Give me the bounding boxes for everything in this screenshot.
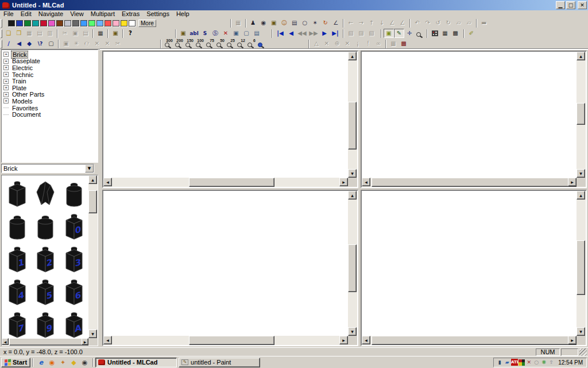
scroll-up-button[interactable]: ▲ (577, 52, 585, 60)
scroll-left-button[interactable]: ◀ (103, 336, 112, 344)
color-swatch-0[interactable] (8, 20, 15, 26)
view-single-pane-button[interactable]: ▩ (450, 29, 461, 38)
display-settings-icon[interactable]: ▰ (504, 359, 510, 366)
tree-item-plate[interactable]: +Plate (3, 85, 98, 91)
task-button-mlcad[interactable]: Untitled - MLCad (95, 358, 177, 367)
draw-triangle-button[interactable]: ◀ (14, 39, 24, 48)
vertical-scroll-thumb[interactable] (348, 102, 357, 150)
add-part-element-button[interactable]: ▣ (178, 29, 188, 38)
scroll-up-button[interactable]: ▲ (577, 191, 585, 200)
scroll-down-button[interactable]: ▼ (348, 327, 357, 336)
tree-expander-icon[interactable]: + (3, 79, 9, 84)
scroll-right-button[interactable]: ▶ (568, 178, 577, 186)
part-group-combobox[interactable]: Brick ▼ (1, 164, 94, 173)
select-mode-button[interactable]: ✎ (394, 29, 404, 38)
add-step-button[interactable]: S (200, 29, 210, 38)
toolbar-grip[interactable] (1, 19, 2, 28)
zoom-200-button[interactable]: 200 (173, 39, 184, 48)
network-monitor-icon[interactable]: ▮ (496, 359, 503, 366)
part-thumbnail-8[interactable]: 3 (60, 243, 88, 276)
place-mode-button[interactable]: ▣ (384, 29, 394, 38)
zoom-mode-button[interactable] (415, 29, 425, 38)
tree-item-baseplate[interactable]: +Baseplate (3, 58, 98, 65)
menu-settings[interactable]: Settings (143, 10, 173, 18)
play-back-button[interactable]: ◀◀ (296, 29, 308, 38)
viewport-canvas[interactable] (103, 52, 348, 178)
menu-help[interactable]: Help (173, 10, 193, 18)
tree-item-other-parts[interactable]: +Other Parts (3, 91, 98, 98)
move-mode-button[interactable]: ✛ (404, 29, 415, 38)
part-thumbnail-6[interactable]: 1 (3, 243, 32, 276)
tree-expander-icon[interactable]: + (3, 65, 9, 70)
add-background-button[interactable]: ▤ (252, 29, 262, 38)
color-swatch-10[interactable] (88, 20, 95, 26)
zoom-300-button[interactable]: 300 (163, 39, 173, 48)
rotation-point-button[interactable]: ◉ (258, 18, 269, 28)
scroll-down-button[interactable]: ▼ (348, 169, 357, 178)
horizontal-scroll-thumb[interactable] (189, 178, 274, 187)
zoom-12-button[interactable]: 12 (235, 39, 246, 48)
zoom-fit-button[interactable] (256, 39, 266, 48)
tree-expander-icon[interactable]: + (3, 92, 9, 97)
render-view-button[interactable]: ▩ (399, 39, 409, 48)
tree-item-train[interactable]: +Train (3, 78, 98, 85)
draw-to-selection-button[interactable]: ✐ (466, 29, 477, 38)
part-thumbnail-1[interactable] (32, 178, 60, 210)
viewport-canvas[interactable] (362, 52, 577, 178)
play-forward-button[interactable]: ▶▶ (308, 29, 319, 38)
zoom-150-button[interactable]: 150 (184, 39, 194, 48)
angle-tool-button[interactable]: ∠ (331, 18, 341, 28)
part-thumbnail-0[interactable] (3, 178, 32, 210)
color-swatch-12[interactable] (105, 20, 111, 26)
camera-view-button[interactable]: ▤ (289, 18, 300, 28)
start-button[interactable]: Start (1, 358, 30, 367)
menu-view[interactable]: View (67, 10, 87, 18)
resize-grip-icon[interactable] (579, 348, 587, 356)
new-file-button[interactable]: ❑ (3, 29, 14, 38)
tree-expander-icon[interactable]: + (3, 52, 9, 57)
part-thumbnail-10[interactable]: 5 (32, 276, 60, 309)
close-button[interactable]: ✕ (578, 1, 587, 9)
add-ring-button[interactable]: ○ (300, 18, 310, 28)
color-swatch-8[interactable] (72, 20, 79, 26)
color-swatch-11[interactable] (96, 20, 103, 26)
scroll-up-button[interactable]: ▲ (88, 175, 97, 184)
toolbar-grip[interactable] (1, 29, 2, 38)
color-swatch-3[interactable] (32, 20, 39, 26)
scroll-down-button[interactable]: ▼ (577, 169, 585, 178)
part-thumbnail-12[interactable]: 7 (3, 309, 32, 338)
menu-edit[interactable]: Edit (17, 10, 35, 18)
tree-item-document[interactable]: Document (3, 111, 98, 118)
scroll-right-button[interactable]: ▶ (568, 336, 577, 344)
add-gear-button[interactable]: ✶ (310, 18, 320, 28)
menu-multipart[interactable]: Multipart (87, 10, 118, 18)
volume-icon[interactable]: ✕ (525, 359, 532, 366)
part-thumbnail-13[interactable]: 9 (32, 309, 60, 338)
firefox-icon[interactable]: ◉ (48, 358, 56, 367)
color-swatch-15[interactable] (129, 20, 136, 26)
color-swatch-9[interactable] (80, 20, 87, 26)
color-profile-icon[interactable] (519, 359, 525, 366)
taskbar-clock[interactable]: 12:54 PM (558, 359, 583, 366)
color-swatch-13[interactable] (113, 20, 119, 26)
scroll-left-button[interactable]: ◀ (2, 338, 9, 345)
task-button-paint[interactable]: ✎ untitled - Paint (179, 358, 260, 367)
combobox-dropdown-button[interactable]: ▼ (85, 164, 94, 172)
color-swatch-1[interactable] (16, 20, 23, 26)
part-thumbnail-3[interactable] (3, 210, 32, 243)
scroll-right-button[interactable]: ▶ (82, 338, 88, 345)
menu-navigate[interactable]: Navigate (35, 10, 67, 18)
horizontal-scroll-thumb[interactable] (189, 336, 274, 345)
ati-tray-icon[interactable]: ATI (511, 359, 518, 366)
menu-file[interactable]: File (0, 10, 17, 18)
minimize-button[interactable]: ▁ (556, 1, 565, 9)
context-help-button[interactable]: ? (125, 29, 136, 38)
draw-line-button[interactable]: ∕ (3, 39, 14, 48)
part-thumbnail-14[interactable]: A (60, 309, 88, 338)
part-thumbnail-7[interactable]: 2 (32, 243, 60, 276)
zoom-50-button[interactable]: 50 (215, 39, 225, 48)
media-player-icon[interactable]: ◉ (80, 358, 89, 367)
acrobat-icon[interactable]: ◆ (69, 358, 78, 367)
view-panes-red-button[interactable] (430, 29, 440, 38)
scroll-left-button[interactable]: ◀ (103, 178, 112, 186)
